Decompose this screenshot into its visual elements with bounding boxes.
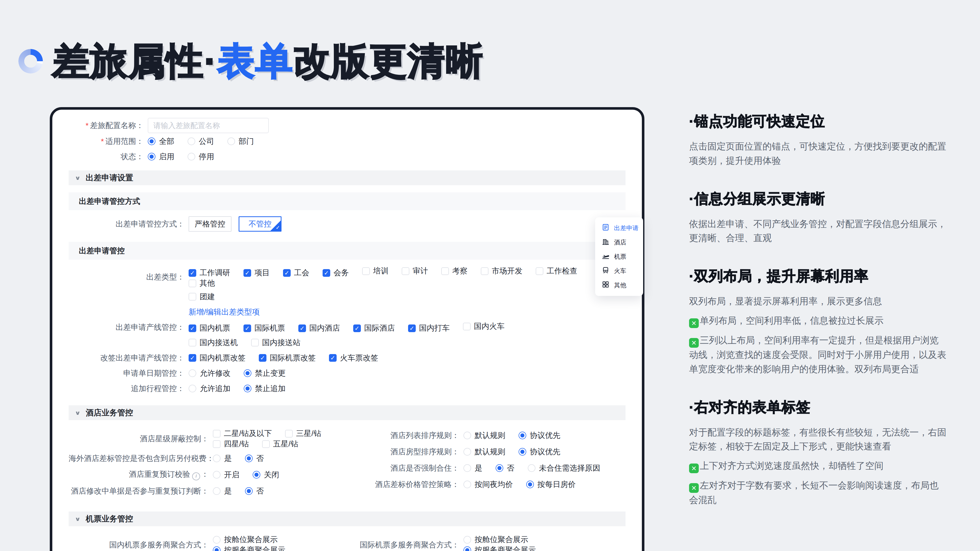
note-paragraph: 依据出差申请、不同产线业务管控，对配置字段信息分组展示，更清晰、合理、直观 (689, 217, 947, 245)
row-label-rebook-lines: 改签出差申请产线管控： (68, 353, 189, 363)
chevron-down-icon: ∨ (75, 516, 81, 522)
checkbox-option-label: 培训 (373, 266, 388, 276)
row-control-dom-flight-agg: 按舱位聚合展示按服务商聚合展示 (213, 534, 357, 551)
config-name-input[interactable] (148, 118, 269, 133)
anchor-item-火车[interactable]: 火车 (595, 264, 643, 278)
checkbox-option-工会[interactable]: ✓工会 (283, 268, 309, 278)
form-row-dom-flight-agg: 国内机票多服务商聚合方式：按舱位聚合展示按服务商聚合展示 (68, 534, 357, 551)
checkbox-option-工作调研[interactable]: ✓工作调研 (189, 268, 230, 278)
radio-option-是[interactable]: 是 (463, 463, 482, 473)
form-row-edit-trip-types: 新增/编辑出差类型项 (68, 305, 625, 319)
row-control-hotel-dup-check: 开启关闭 (213, 470, 293, 480)
radio-option-是[interactable]: 是 (213, 453, 232, 464)
checkbox-icon: ✓ (259, 354, 266, 362)
row-control-scope: 全部公司部门 (148, 136, 267, 147)
radio-option-默认规则[interactable]: 默认规则 (463, 430, 505, 441)
radio-option-禁止追加[interactable]: 禁止追加 (244, 383, 286, 394)
radio-option-协议优先[interactable]: 协议优先 (519, 447, 560, 457)
checkbox-option-国内火车[interactable]: 国内火车 (463, 321, 504, 332)
radio-option-关闭[interactable]: 关闭 (253, 470, 279, 480)
note-heading: ·右对齐的表单标签 (689, 398, 947, 417)
edit-trip-types-link[interactable]: 新增/编辑出差类型项 (189, 308, 259, 316)
radio-option-协议优先[interactable]: 协议优先 (519, 430, 560, 441)
section-header-机票业务管控[interactable]: ∨机票业务管控 (68, 511, 625, 526)
checkbox-option-考察[interactable]: 考察 (441, 266, 468, 276)
checkbox-option-四星/钻[interactable]: 四星/钻 (213, 439, 249, 449)
anchor-item-机票[interactable]: 机票 (595, 249, 643, 264)
radio-option-label: 禁止追加 (255, 383, 286, 394)
checkbox-option-三星/钻[interactable]: 三星/钻 (285, 428, 321, 439)
checkbox-option-国内接送机[interactable]: 国内接送机 (189, 338, 238, 348)
radio-option-禁止变更[interactable]: 禁止变更 (244, 368, 286, 379)
checkbox-option-工作检查[interactable]: 工作检查 (536, 266, 577, 276)
radio-option-是[interactable]: 是 (213, 486, 232, 496)
radio-option-公司[interactable]: 公司 (188, 136, 214, 147)
radio-option-按舱位聚合展示[interactable]: 按舱位聚合展示 (463, 534, 528, 545)
checkbox-option-团建[interactable]: 团建 (189, 292, 215, 302)
radio-option-部门[interactable]: 部门 (228, 136, 254, 147)
form-row-product-lines-2: 国内接送机国内接送站 (68, 335, 625, 350)
radio-option-默认规则[interactable]: 默认规则 (463, 447, 505, 457)
checkbox-option-国内机票改签[interactable]: ✓国内机票改签 (189, 353, 245, 363)
radio-option-允许追加[interactable]: 允许追加 (189, 383, 231, 394)
checkbox-option-五星/钻[interactable]: 五星/钻 (262, 439, 298, 449)
checkbox-option-国内接送站[interactable]: 国内接送站 (251, 338, 301, 348)
title-suffix: 改版更清晰 (293, 40, 484, 82)
row-label-status: 状态： (68, 151, 148, 162)
radio-option-按舱位聚合展示[interactable]: 按舱位聚合展示 (213, 534, 278, 545)
radio-option-按服务商聚合展示[interactable]: 按服务商聚合展示 (213, 545, 285, 551)
anchor-item-其他[interactable]: 其他 (595, 278, 643, 292)
checkbox-option-二星/钻及以下[interactable]: 二星/钻及以下 (213, 428, 272, 439)
select-button-严格管控[interactable]: 严格管控 (189, 216, 231, 232)
section-header-酒店业务管控[interactable]: ∨酒店业务管控 (68, 405, 625, 420)
radio-option-否[interactable]: 否 (496, 463, 514, 473)
row-control-trip-types-2: 团建 (189, 292, 228, 302)
radio-option-按间夜均价[interactable]: 按间夜均价 (463, 479, 513, 490)
radio-icon (148, 138, 156, 145)
radio-icon (463, 536, 471, 544)
checkbox-option-国际酒店[interactable]: ✓国际酒店 (353, 323, 395, 333)
note-paragraph: 对于配置字段的标题标签，有些很长有些较短，无法统一，右固定标签，相较于左固定及上… (689, 425, 947, 454)
checkbox-option-其他[interactable]: 其他 (189, 278, 215, 289)
note-paragraph: 双列布局，显著提示屏幕利用率，展示更多信息 (689, 294, 947, 308)
radio-option-允许修改[interactable]: 允许修改 (189, 368, 231, 379)
radio-option-开启[interactable]: 开启 (213, 470, 239, 480)
checkbox-option-会务[interactable]: ✓会务 (323, 268, 349, 278)
radio-icon (463, 464, 471, 472)
note-section: ·双列布局，提升屏幕利用率双列布局，显著提示屏幕利用率，展示更多信息✕单列布局，… (689, 267, 947, 376)
radio-option-全部[interactable]: 全部 (148, 136, 174, 147)
checkbox-option-国内机票[interactable]: ✓国内机票 (189, 323, 230, 333)
anchor-item-酒店[interactable]: 酒店 (595, 235, 643, 249)
select-button-不管控[interactable]: 不管控✓ (239, 216, 282, 232)
radio-option-停用[interactable]: 停用 (188, 151, 214, 162)
checkbox-option-国际机票改签[interactable]: ✓国际机票改签 (259, 353, 316, 363)
row-control-date-control: 允许修改禁止变更 (189, 368, 299, 379)
checkbox-option-国际机票[interactable]: ✓国际机票 (243, 323, 285, 333)
checkbox-option-国内打车[interactable]: ✓国内打车 (408, 323, 450, 333)
selected-corner-check-icon: ✓ (270, 221, 281, 231)
checkbox-icon (189, 339, 196, 346)
checkbox-option-火车票改签[interactable]: ✓火车票改签 (329, 353, 378, 363)
note-section: ·锚点功能可快速定位点击固定页面位置的锚点，可快速定位，方便找到要更改的配置项类… (689, 112, 947, 168)
subcard-出差申请管控方式: 出差申请管控方式出差申请管控方式：严格管控不管控✓ (68, 192, 625, 235)
section-header-出差申请设置[interactable]: ∨出差申请设置 (68, 170, 625, 185)
radio-option-否[interactable]: 否 (245, 453, 264, 464)
checkbox-option-项目[interactable]: ✓项目 (243, 268, 270, 278)
note-heading: ·双列布局，提升屏幕利用率 (689, 267, 947, 286)
anchor-item-出差申请[interactable]: 出差申请 (595, 221, 643, 235)
checkbox-option-市场开发[interactable]: 市场开发 (481, 266, 522, 276)
checkbox-option-国内酒店[interactable]: ✓国内酒店 (298, 323, 340, 333)
checkbox-option-审计[interactable]: 审计 (402, 266, 428, 276)
radio-option-按每日房价[interactable]: 按每日房价 (526, 479, 576, 490)
checkbox-option-培训[interactable]: 培训 (362, 266, 388, 276)
radio-option-否[interactable]: 否 (245, 486, 264, 496)
row-control-hotel-star-block: 二星/钻及以下三星/钻四星/钻五星/钻 (213, 428, 357, 449)
form-row-hotel-modify-dup: 酒店修改中单据是否参与重复预订判断：是否 (68, 484, 357, 498)
form-row-status: 状态：启用停用 (68, 149, 625, 164)
radio-option-启用[interactable]: 启用 (148, 151, 174, 162)
radio-option-label: 默认规则 (475, 430, 505, 441)
radio-option-按服务商聚合展示[interactable]: 按服务商聚合展示 (463, 545, 536, 551)
form-row-hotel-price-policy: 酒店差标价格管控策略：按间夜均价按每日房价 (359, 477, 625, 492)
checkbox-option-label: 考察 (452, 266, 468, 276)
radio-option-未合住需选择原因[interactable]: 未合住需选择原因 (528, 463, 600, 473)
